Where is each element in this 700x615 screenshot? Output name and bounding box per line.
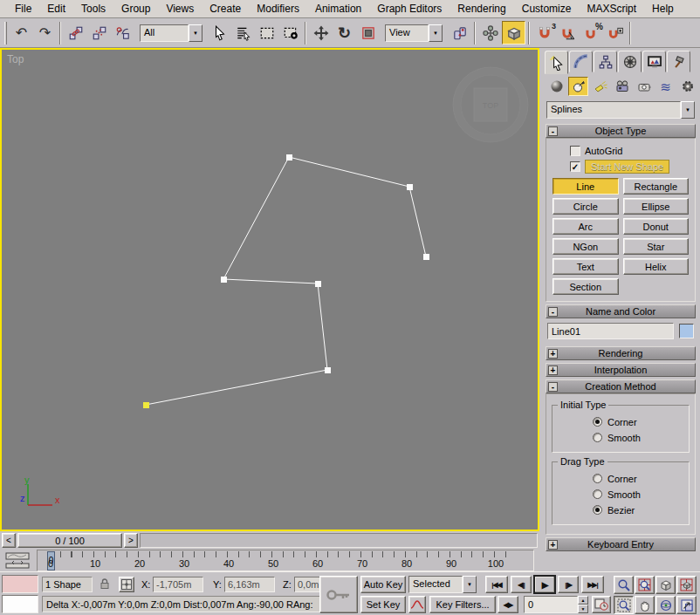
- menu-create[interactable]: Create: [202, 1, 249, 17]
- dropdown-arrow-icon[interactable]: ▼: [681, 101, 695, 119]
- drag-type-smooth-radio[interactable]: Smooth: [593, 488, 685, 501]
- rollout-creation-method-header[interactable]: - Creation Method: [546, 379, 696, 393]
- initial-type-smooth-radio[interactable]: Smooth: [593, 431, 685, 444]
- select-and-manipulate-button[interactable]: [478, 21, 502, 44]
- rollout-object-type-header[interactable]: - Object Type: [546, 124, 696, 138]
- rollout-interpolation-header[interactable]: + Interpolation: [546, 363, 696, 377]
- spline-segments[interactable]: [146, 157, 426, 405]
- radio-icon[interactable]: [593, 489, 602, 499]
- spline-vertex-active[interactable]: [143, 402, 149, 408]
- category-helpers[interactable]: [634, 77, 654, 96]
- absolute-mode-toggle[interactable]: [119, 577, 134, 592]
- select-and-link-button[interactable]: [64, 21, 87, 44]
- menu-rendering[interactable]: Rendering: [450, 1, 513, 17]
- star-button[interactable]: Star: [623, 238, 690, 255]
- track-bar-ruler[interactable]: 0 0102030405060708090100: [37, 550, 534, 571]
- menu-modifiers[interactable]: Modifiers: [249, 1, 307, 17]
- dropdown-arrow-icon[interactable]: ▼: [429, 24, 443, 42]
- category-geometry[interactable]: [546, 77, 566, 96]
- select-and-rotate-button[interactable]: ↻: [333, 21, 356, 44]
- y-coordinate-field[interactable]: 6,163m: [224, 577, 275, 592]
- key-mode-toggle-button[interactable]: ◀▶: [498, 596, 518, 613]
- play-animation-button[interactable]: ▶: [534, 576, 555, 593]
- menu-animation[interactable]: Animation: [307, 1, 369, 17]
- spline-vertex[interactable]: [423, 254, 429, 260]
- menu-customize[interactable]: Customize: [514, 1, 580, 17]
- toolbar-grip[interactable]: [4, 22, 7, 44]
- rollout-rendering-header[interactable]: + Rendering: [546, 346, 696, 360]
- tab-display[interactable]: [642, 51, 666, 72]
- unlink-selection-button[interactable]: [87, 21, 111, 44]
- bind-to-space-warp-button[interactable]: [111, 21, 134, 44]
- dropdown-arrow-icon[interactable]: ▼: [189, 24, 202, 42]
- line-button[interactable]: Line: [552, 178, 619, 195]
- key-filters-button[interactable]: Key Filters...: [429, 596, 496, 613]
- percent-snap-toggle-button[interactable]: %: [580, 21, 603, 44]
- expand-icon[interactable]: +: [548, 349, 558, 359]
- frame-spinner[interactable]: ▲ ▼: [578, 596, 588, 613]
- set-key-button[interactable]: Set Key: [360, 596, 406, 613]
- radio-icon[interactable]: [593, 474, 602, 483]
- zoom-extents-button[interactable]: [655, 576, 676, 594]
- category-shapes[interactable]: [568, 77, 588, 96]
- snap-3d-toggle-button[interactable]: 3: [532, 21, 556, 44]
- use-pivot-point-center-button[interactable]: [448, 21, 471, 44]
- collapse-icon[interactable]: -: [548, 126, 558, 136]
- snaps-toggle-button[interactable]: [502, 21, 525, 44]
- zoom-region-button[interactable]: [614, 596, 634, 614]
- rollout-keyboard-entry-header[interactable]: + Keyboard Entry: [546, 537, 696, 551]
- tab-utilities[interactable]: [667, 51, 690, 72]
- object-color-swatch[interactable]: [679, 324, 694, 338]
- previous-frame-button[interactable]: ◀||: [511, 576, 532, 593]
- pan-view-button[interactable]: [635, 596, 655, 614]
- next-frame-button[interactable]: ||▶: [558, 576, 579, 593]
- spinner-down-icon[interactable]: ▼: [578, 605, 588, 613]
- time-slider-button[interactable]: 0 / 100: [17, 533, 122, 548]
- spinner-up-icon[interactable]: ▲: [578, 596, 588, 605]
- zoom-all-button[interactable]: [635, 576, 655, 594]
- ngon-button[interactable]: NGon: [552, 238, 619, 255]
- menu-graph-editors[interactable]: Graph Editors: [369, 1, 450, 17]
- selection-lock-toggle[interactable]: [98, 577, 113, 592]
- default-tangent-button[interactable]: [408, 596, 426, 613]
- spline-canvas[interactable]: [2, 50, 538, 530]
- radio-icon[interactable]: [593, 417, 602, 427]
- dropdown-arrow-icon[interactable]: ▼: [463, 576, 477, 593]
- set-keys-button[interactable]: [319, 576, 358, 613]
- menu-views[interactable]: Views: [158, 1, 202, 17]
- open-mini-curve-editor-button[interactable]: [5, 552, 31, 570]
- rectangle-button[interactable]: Rectangle: [623, 178, 690, 195]
- previous-frame-arrow-button[interactable]: <: [2, 533, 16, 548]
- arc-rotate-button[interactable]: [655, 596, 676, 614]
- expand-icon[interactable]: +: [548, 540, 558, 550]
- rectangular-selection-region-button[interactable]: [255, 21, 278, 44]
- text-button[interactable]: Text: [552, 258, 619, 275]
- redo-button[interactable]: ↷: [33, 21, 57, 44]
- expand-icon[interactable]: +: [548, 366, 558, 375]
- drag-type-corner-radio[interactable]: Corner: [593, 472, 685, 485]
- auto-key-button[interactable]: Auto Key: [360, 576, 406, 593]
- spline-vertex[interactable]: [315, 281, 321, 287]
- tab-create[interactable]: [545, 51, 568, 74]
- spline-category-dropdown[interactable]: Splines ▼: [546, 101, 695, 119]
- undo-button[interactable]: ↶: [10, 21, 33, 44]
- category-spacewarps[interactable]: ≋: [655, 77, 676, 96]
- zoom-extents-all-button[interactable]: [676, 576, 697, 594]
- drag-type-bezier-radio[interactable]: Bezier: [593, 503, 685, 516]
- select-and-scale-button[interactable]: [356, 21, 380, 44]
- time-configuration-button[interactable]: [592, 596, 611, 613]
- menu-edit[interactable]: Edit: [39, 1, 73, 17]
- selection-filter-dropdown[interactable]: All ▼: [140, 24, 202, 42]
- spline-vertex[interactable]: [221, 277, 227, 283]
- category-lights[interactable]: [590, 77, 610, 96]
- tab-modify[interactable]: [569, 51, 593, 72]
- object-name-field[interactable]: Line01: [547, 323, 674, 339]
- collapse-icon[interactable]: -: [548, 307, 558, 317]
- start-new-shape-button[interactable]: Start New Shape: [585, 160, 669, 174]
- rollout-name-color-header[interactable]: - Name and Color: [546, 304, 696, 318]
- spinner-snap-toggle-button[interactable]: [603, 21, 627, 44]
- spline-vertex[interactable]: [325, 367, 331, 373]
- current-frame-field[interactable]: 0: [524, 596, 578, 613]
- window-crossing-toggle-button[interactable]: [278, 21, 302, 44]
- donut-button[interactable]: Donut: [623, 218, 690, 235]
